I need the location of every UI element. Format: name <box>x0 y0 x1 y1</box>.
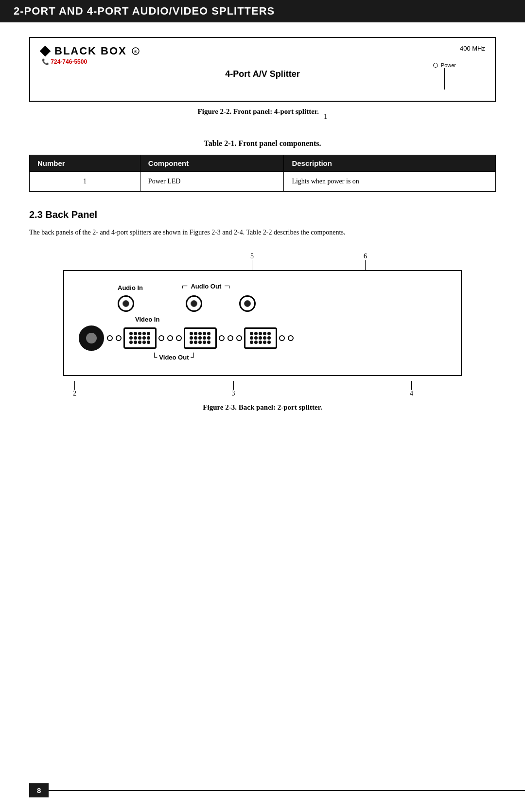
num-col-2: 2 <box>73 381 76 397</box>
vga-pin <box>254 332 258 335</box>
bottom-number-2: 2 <box>73 390 76 397</box>
table-row: 1 Power LED Lights when power is on <box>30 172 496 192</box>
vga-pin <box>190 332 193 335</box>
page-footer: 8 <box>0 783 525 797</box>
vga-pin <box>147 341 150 344</box>
phone-line: 📞 724-746-5500 <box>42 58 140 65</box>
brand-area: BLACK BOX ® 📞 724-746-5500 <box>40 45 140 65</box>
small-dot-10 <box>288 335 294 341</box>
vga-pin <box>259 341 262 344</box>
figure23-caption: Figure 2-3. Back panel: 2-port splitter. <box>203 403 322 412</box>
vga-pin <box>267 332 271 335</box>
figure22-number: 1 <box>324 112 328 121</box>
vga-pin <box>203 336 206 340</box>
back-panel-diagram: Audio In ⌐ Audio Out ⌐ <box>63 270 462 376</box>
vga-pin <box>267 341 271 344</box>
video-in-label: Video In <box>135 316 159 323</box>
video-connectors-row <box>79 325 446 351</box>
vga-pin <box>129 341 133 344</box>
small-dot-1 <box>107 335 113 341</box>
audio-out-inner-2 <box>244 300 251 307</box>
vga-pin <box>254 336 258 340</box>
vga-pin <box>263 336 266 340</box>
registered-icon: ® <box>132 47 140 55</box>
vga-pin <box>142 336 146 340</box>
vga-group-2 <box>176 327 225 349</box>
vga-pin <box>263 341 266 344</box>
num-col-4: 4 <box>410 381 413 397</box>
power-row: Power <box>433 62 456 68</box>
small-dot-4 <box>167 335 173 341</box>
audio-in-label: Audio In <box>118 284 143 291</box>
power-indicator: Power <box>433 62 456 90</box>
figure22-caption: Figure 2-2. Front panel: 4-port splitter… <box>198 108 319 116</box>
page-number: 8 <box>29 783 49 797</box>
brand-logo: BLACK BOX ® <box>40 45 140 57</box>
svg-text:®: ® <box>134 49 138 54</box>
audio-out-connector-2 <box>239 295 256 312</box>
brand-name: BLACK BOX <box>54 45 127 57</box>
section23-body: The back panels of the 2- and 4-port spl… <box>29 227 496 238</box>
vga-group-1 <box>116 327 164 349</box>
vga-pin <box>138 341 141 344</box>
audio-out-inner-1 <box>191 300 197 307</box>
audio-in-connector <box>118 295 134 312</box>
vga-pin <box>250 341 253 344</box>
vga-pin <box>147 332 150 335</box>
vga-pin <box>263 332 266 335</box>
num-col-3: 3 <box>232 381 235 397</box>
small-dot-8 <box>236 335 242 341</box>
mhz-label: 400 MHz <box>460 45 485 52</box>
vga-pin <box>267 336 271 340</box>
small-dot-6 <box>219 335 225 341</box>
video-out-bracket-left: └ <box>152 353 157 361</box>
header-title: 2-PORT AND 4-PORT AUDIO/VIDEO SPLITTERS <box>14 5 275 17</box>
audio-labels-row: Audio In ⌐ Audio Out ⌐ <box>118 281 446 291</box>
tick-2 <box>74 381 75 390</box>
audio-in-group: Audio In <box>118 284 143 291</box>
table21-heading: Table 2-1. Front panel components. <box>29 139 496 148</box>
small-dot-3 <box>158 335 164 341</box>
vga-group-3 <box>236 327 285 349</box>
bracket-left: ⌐ <box>182 281 188 291</box>
vga-connector-3 <box>244 327 277 349</box>
vga-pin <box>142 332 146 335</box>
diamond-icon <box>40 46 51 56</box>
vga-pin <box>134 332 137 335</box>
main-content: BLACK BOX ® 📞 724-746-5500 400 MHz 4-Por… <box>0 22 525 431</box>
small-dot-2 <box>116 335 122 341</box>
phone-icon: 📞 <box>42 58 49 65</box>
vga-connector-2 <box>184 327 217 349</box>
top-number-5: 5 <box>250 253 254 260</box>
bracket-right: ⌐ <box>224 281 230 291</box>
video-out-bracket-right: ┘ <box>191 353 196 361</box>
top-numbers: 5 6 <box>158 253 367 270</box>
vga-pin <box>198 336 202 340</box>
vga-pin <box>250 332 253 335</box>
vga-pin <box>207 341 210 344</box>
footer-line <box>49 790 525 791</box>
col-header-component: Component <box>140 155 284 172</box>
vga-pin <box>198 332 202 335</box>
vga-pin <box>190 341 193 344</box>
cell-description: Lights when power is on <box>284 172 496 192</box>
vga-grid-1 <box>129 332 151 344</box>
power-label: Power <box>441 62 456 68</box>
tick-3 <box>233 381 234 390</box>
top-number-6: 6 <box>364 253 367 260</box>
bottom-numbers: 2 3 4 <box>63 381 462 397</box>
audio-out-group: ⌐ Audio Out ⌐ <box>182 281 230 291</box>
audio-in-inner <box>122 300 129 307</box>
small-dot-9 <box>279 335 285 341</box>
vga-pin <box>203 341 206 344</box>
num-col-5: 5 <box>250 253 254 270</box>
product-title-area: 4-Port A/V Splitter <box>40 69 485 79</box>
cell-component: Power LED <box>140 172 284 192</box>
vga-pin <box>250 336 253 340</box>
video-in-label-area: Video In <box>135 315 446 324</box>
big-left-inner <box>86 333 97 343</box>
vga-pin <box>259 332 262 335</box>
vga-pin <box>254 341 258 344</box>
tick-4 <box>411 381 412 390</box>
vga-pin <box>134 341 137 344</box>
